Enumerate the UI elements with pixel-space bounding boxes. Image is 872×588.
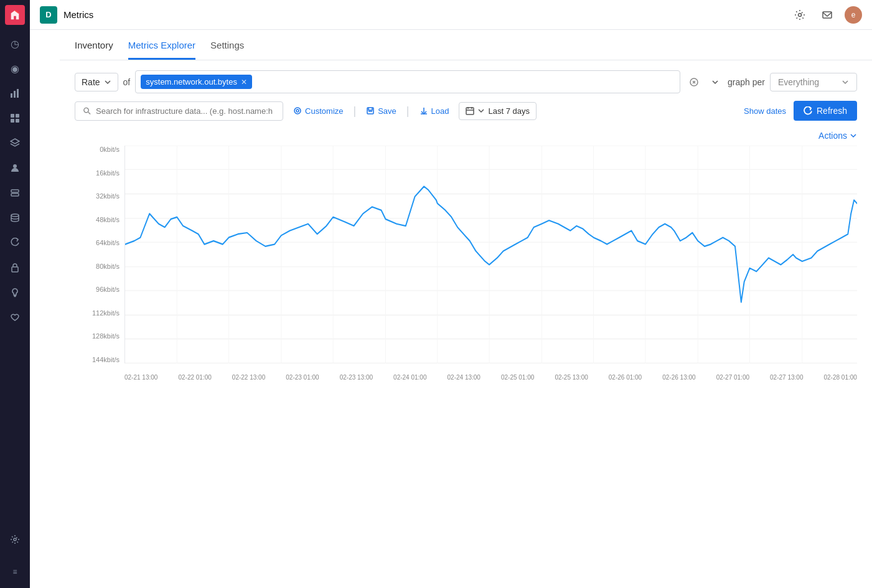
x-label-2: 02-22 13:00	[232, 374, 265, 381]
chart-container: 144kbit/s 128kbit/s 112kbit/s 96kbit/s 8…	[75, 146, 857, 382]
save-button[interactable]: Save	[363, 103, 399, 119]
x-axis: 02-21 13:00 02-22 01:00 02-22 13:00 02-2…	[124, 365, 857, 382]
show-dates-button[interactable]: Show dates	[744, 106, 786, 116]
svg-rect-6	[16, 119, 19, 123]
user-avatar[interactable]: e	[845, 6, 862, 24]
dropdown-arrow[interactable]	[708, 75, 723, 90]
grid-icon[interactable]	[4, 107, 26, 129]
page-header: Inventory Metrics Explorer Settings	[60, 30, 872, 60]
compass-icon[interactable]: ◉	[4, 57, 26, 80]
sep2: |	[406, 105, 410, 116]
workspace-badge[interactable]: D	[40, 6, 57, 24]
controls-row2: Customize | Save | Load Last 7 days Show…	[75, 101, 857, 121]
svg-rect-20	[466, 108, 474, 114]
svg-rect-0	[11, 93, 12, 98]
svg-point-18	[296, 110, 299, 112]
chart-svg-wrapper	[124, 146, 857, 363]
refresh-icon	[804, 106, 813, 116]
load-button[interactable]: Load	[417, 103, 452, 119]
svg-rect-11	[12, 267, 18, 272]
y-label-6: 96kbit/s	[96, 286, 120, 293]
load-label: Load	[431, 106, 449, 116]
lock-icon[interactable]	[4, 256, 26, 279]
everything-placeholder: Everything	[778, 77, 819, 87]
metric-input-area[interactable]: system.network.out.bytes ✕	[135, 70, 680, 93]
x-label-1: 02-22 01:00	[178, 374, 211, 381]
search-box[interactable]	[75, 101, 283, 121]
date-range-button[interactable]: Last 7 days	[459, 102, 537, 120]
svg-rect-4	[16, 114, 19, 118]
x-label-13: 02-28 01:00	[823, 374, 856, 381]
customize-button[interactable]: Customize	[291, 103, 345, 119]
database-icon[interactable]	[4, 207, 26, 229]
svg-point-16	[84, 108, 88, 112]
bulb-icon[interactable]	[4, 281, 26, 304]
rate-label: Rate	[82, 77, 100, 87]
svg-rect-8	[11, 190, 19, 192]
expand-icon[interactable]: ≡	[4, 561, 26, 583]
topbar-actions: e	[790, 5, 862, 25]
chart-bar-icon[interactable]	[4, 82, 26, 105]
svg-rect-2	[17, 89, 19, 98]
line-chart	[125, 146, 857, 363]
chevron-down-icon	[478, 108, 484, 114]
y-label-9: 144kbit/s	[92, 356, 120, 363]
refresh-button[interactable]: Refresh	[794, 101, 857, 121]
tab-settings[interactable]: Settings	[210, 40, 244, 60]
settings-icon[interactable]	[4, 528, 26, 551]
svg-point-10	[11, 214, 19, 217]
clock-icon[interactable]: ◷	[4, 32, 26, 55]
x-label-11: 02-27 01:00	[716, 374, 749, 381]
x-label-5: 02-24 01:00	[393, 374, 426, 381]
user-icon[interactable]	[4, 157, 26, 179]
load-icon	[420, 106, 428, 115]
x-label-6: 02-24 13:00	[448, 374, 481, 381]
graph-per-label: graph per	[728, 77, 765, 87]
svg-point-13	[799, 13, 802, 16]
y-label-3: 48kbit/s	[96, 216, 120, 223]
heart-icon[interactable]	[4, 306, 26, 329]
svg-rect-3	[11, 114, 14, 118]
calendar-icon	[466, 106, 474, 115]
sep1: |	[354, 105, 357, 116]
tab-metrics-explorer[interactable]: Metrics Explorer	[128, 40, 195, 60]
topbar: D Metrics e	[30, 0, 872, 30]
x-label-10: 02-26 13:00	[662, 374, 695, 381]
stack-icon[interactable]	[4, 182, 26, 204]
metric-tag-text: system.network.out.bytes	[146, 77, 237, 86]
search-input[interactable]	[96, 106, 275, 116]
actions-button[interactable]: Actions	[818, 131, 857, 141]
clear-button[interactable]	[685, 73, 703, 91]
content-area: Rate of system.network.out.bytes ✕ graph…	[60, 60, 872, 588]
settings-topbar-icon[interactable]	[790, 5, 810, 25]
controls-row1: Rate of system.network.out.bytes ✕ graph…	[75, 70, 857, 93]
x-label-3: 02-23 01:00	[286, 374, 319, 381]
y-label-1: 16kbit/s	[96, 169, 120, 177]
sidebar: ◷ ◉ ≡	[0, 0, 30, 588]
svg-rect-14	[823, 12, 832, 18]
mail-icon[interactable]	[817, 5, 837, 25]
x-label-4: 02-23 13:00	[340, 374, 373, 381]
y-axis: 144kbit/s 128kbit/s 112kbit/s 96kbit/s 8…	[75, 146, 124, 363]
everything-dropdown[interactable]: Everything	[770, 73, 857, 91]
page-tabs: Inventory Metrics Explorer Settings	[75, 40, 857, 60]
metric-tag-close[interactable]: ✕	[241, 78, 247, 86]
search-icon	[83, 106, 91, 115]
x-label-7: 02-25 01:00	[501, 374, 534, 381]
actions-row: Actions	[75, 131, 857, 141]
refresh-label: Refresh	[817, 106, 847, 116]
layers-icon[interactable]	[4, 132, 26, 154]
tab-inventory[interactable]: Inventory	[75, 40, 113, 60]
y-label-7: 112kbit/s	[92, 309, 120, 317]
chart-area: Actions 144kbit/s 128kbit/s 112kbit/s 96…	[75, 131, 857, 382]
date-range-label: Last 7 days	[488, 106, 530, 116]
of-label: of	[123, 77, 131, 87]
actions-label: Actions	[818, 131, 847, 141]
refresh-icon[interactable]	[4, 231, 26, 254]
svg-point-17	[294, 108, 301, 114]
x-label-12: 02-27 13:00	[770, 374, 803, 381]
metric-tag: system.network.out.bytes ✕	[141, 75, 252, 89]
rate-dropdown[interactable]: Rate	[75, 73, 118, 91]
app-logo[interactable]	[5, 5, 25, 25]
save-label: Save	[378, 106, 396, 116]
